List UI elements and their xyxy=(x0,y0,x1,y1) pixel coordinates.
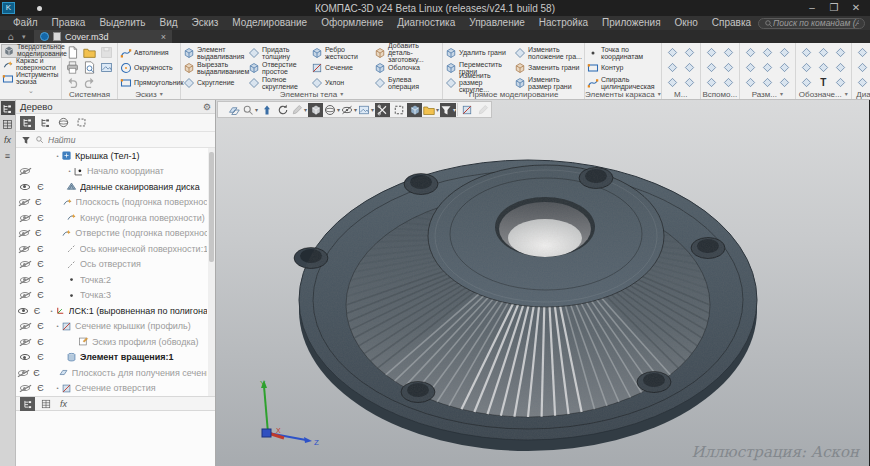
variables-panel-tab[interactable]: fx xyxy=(1,133,15,147)
extrude-button[interactable]: Элемент выдавливания xyxy=(183,45,247,60)
excluded-icon[interactable]: Є xyxy=(33,275,48,285)
tree-item-hole-axis[interactable]: Є Ось отверстия xyxy=(16,257,215,273)
excluded-icon[interactable]: Є xyxy=(33,383,48,393)
tree-panel-tab[interactable] xyxy=(1,101,15,115)
group-designations-caret-icon[interactable]: ▾ xyxy=(845,90,848,99)
panel-settings-gear-icon[interactable]: ⚙ xyxy=(203,102,211,112)
orientation-button[interactable]: ▾ xyxy=(324,103,340,117)
render-mode-button[interactable] xyxy=(407,103,422,117)
dimension-tool-icon[interactable] xyxy=(776,45,793,60)
excluded-icon[interactable]: Є xyxy=(33,352,48,362)
dimension-tool-icon[interactable] xyxy=(759,45,776,60)
point-by-coordinates-button[interactable]: Точка по координатам xyxy=(587,45,647,60)
expand-icon[interactable]: • xyxy=(54,153,61,159)
tree-tab[interactable] xyxy=(20,397,35,411)
tab-close-icon[interactable]: × xyxy=(161,32,166,42)
new-document-button[interactable] xyxy=(64,45,81,60)
resize-fillet-button[interactable]: Изменить размер скругле... xyxy=(445,75,513,90)
undo-button[interactable] xyxy=(64,75,81,90)
expand-icon[interactable]: • xyxy=(54,385,61,391)
auxiliary-tool-icon[interactable] xyxy=(703,60,720,75)
visibility-eye-icon[interactable] xyxy=(16,168,33,174)
visibility-eye-icon[interactable] xyxy=(16,199,31,205)
change-face-position-button[interactable]: Изменить положение гра... xyxy=(514,45,582,60)
group-sketch-caret-icon[interactable]: ▾ xyxy=(160,90,163,99)
menu-select[interactable]: Выделить xyxy=(92,16,152,30)
add-stock-part-button[interactable]: Добавить деталь-заготовку... xyxy=(374,45,440,60)
auxiliary-tool-icon[interactable] xyxy=(720,75,737,90)
excluded-icon[interactable]: Є xyxy=(33,182,48,192)
fillet-button[interactable]: Скругление xyxy=(183,75,247,90)
visibility-eye-icon[interactable] xyxy=(16,292,33,298)
simple-hole-button[interactable]: Отверстие простое xyxy=(248,60,310,75)
menu-annotation[interactable]: Оформление xyxy=(314,16,390,30)
expand-icon[interactable]: • xyxy=(66,168,73,174)
command-search-input[interactable] xyxy=(773,18,859,28)
excluded-icon[interactable]: Є xyxy=(33,290,48,300)
parameters-tab[interactable] xyxy=(38,397,53,411)
diagnostics-tool-icon[interactable] xyxy=(854,75,870,90)
rectangle-button[interactable]: Прямоугольник xyxy=(120,75,178,90)
visibility-eye-icon[interactable] xyxy=(16,385,33,391)
visibility-eye-icon[interactable] xyxy=(16,261,33,267)
cut-extrude-button[interactable]: Вырезать выдавливанием xyxy=(183,60,247,75)
tree-item-origin[interactable]: • Начало координат xyxy=(16,164,215,180)
auxiliary-tool-icon[interactable] xyxy=(703,75,720,90)
tree-item-cover-section[interactable]: Є • Сечение крышки (профиль) xyxy=(16,319,215,335)
designation-tool-icon[interactable] xyxy=(815,45,832,60)
hide-objects-button[interactable]: ▾ xyxy=(341,103,357,117)
tree-item-cone-fit[interactable]: Є Конус (подгонка поверхности) xyxy=(16,210,215,226)
print-preview-button[interactable] xyxy=(81,60,98,75)
menu-edit[interactable]: Правка xyxy=(45,16,93,30)
excluded-icon[interactable]: Є xyxy=(31,197,45,207)
excluded-icon[interactable]: Є xyxy=(33,337,48,347)
clip-box-button[interactable] xyxy=(391,103,406,117)
diagnostics-tool-icon[interactable] xyxy=(854,45,870,60)
diagnostics-tool-icon[interactable] xyxy=(854,60,870,75)
array-tool-icon[interactable] xyxy=(681,60,698,75)
show-planes-button[interactable] xyxy=(226,103,241,117)
tree-item-section-plane[interactable]: Є Плоскость для получения сечения от... xyxy=(16,365,215,381)
mode-solid-modeling[interactable]: Твердотельное моделирование xyxy=(1,44,61,58)
section-view-button[interactable] xyxy=(459,103,474,117)
viewport-3d[interactable]: ▾ ▾ ▾ ▾ ▾ ▾ ▾ Y xyxy=(216,100,869,466)
edit-button[interactable] xyxy=(475,103,490,117)
designation-tool-icon[interactable] xyxy=(832,75,849,90)
group-body-caret-icon[interactable]: ▾ xyxy=(340,90,343,99)
clip-section-button[interactable] xyxy=(375,103,390,117)
visibility-eye-icon[interactable] xyxy=(16,308,31,314)
rib-button[interactable]: Ребро жесткости xyxy=(311,45,373,60)
array-tool-icon[interactable] xyxy=(681,75,698,90)
visibility-eye-icon[interactable] xyxy=(16,370,30,376)
tree-scrollbar-thumb[interactable] xyxy=(209,152,214,262)
tree-item-hole-fit[interactable]: Є Отверстие (подгонка поверхности) xyxy=(16,226,215,242)
excluded-icon[interactable]: Є xyxy=(33,259,48,269)
designation-tool-icon[interactable] xyxy=(798,45,815,60)
dimension-tool-icon[interactable] xyxy=(742,75,759,90)
relations-view-button[interactable] xyxy=(56,116,71,130)
menu-settings[interactable]: Настройка xyxy=(532,16,595,30)
contour-button[interactable]: Контур xyxy=(587,60,647,75)
group-frame-caret-icon[interactable]: ▾ xyxy=(658,90,661,99)
visibility-eye-icon[interactable] xyxy=(16,354,33,360)
zoom-button[interactable]: ▾ xyxy=(242,103,258,117)
parameters-panel-tab[interactable] xyxy=(1,117,15,131)
tree-scrollbar[interactable] xyxy=(208,148,215,396)
boolean-button[interactable]: Булева операция xyxy=(374,75,440,90)
thicken-button[interactable]: Придать толщину xyxy=(248,45,310,60)
tree-item-scan-data[interactable]: Є Данные сканирования диска xyxy=(16,179,215,195)
dimension-tool-icon[interactable] xyxy=(742,45,759,60)
messages-panel-tab[interactable]: ≡ xyxy=(1,149,15,163)
visibility-eye-icon[interactable] xyxy=(16,277,33,283)
close-button[interactable]: ✕ xyxy=(846,1,866,15)
auxiliary-tool-icon[interactable] xyxy=(720,45,737,60)
visibility-eye-icon[interactable] xyxy=(16,323,33,329)
menu-diagnostics[interactable]: Диагностика xyxy=(390,16,462,30)
visibility-eye-icon[interactable] xyxy=(16,184,33,190)
array-tool-icon[interactable] xyxy=(664,45,681,60)
redo-button[interactable] xyxy=(81,75,98,90)
tree-item-body[interactable]: • Крышка (Тел-1) xyxy=(16,148,215,164)
array-tool-icon[interactable] xyxy=(681,45,698,60)
tree-item-plane-fit[interactable]: Є Плоскость (подгонка поверхности) xyxy=(16,195,215,211)
autoline-button[interactable]: Автолиния xyxy=(120,45,178,60)
